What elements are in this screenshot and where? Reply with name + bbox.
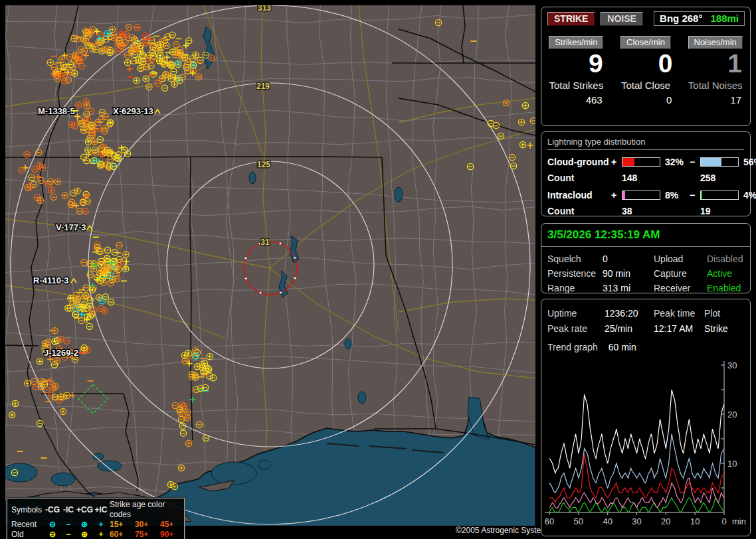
positive-count: 38 bbox=[622, 206, 660, 216]
count-label: Count bbox=[547, 173, 611, 183]
series-total-strikes bbox=[549, 390, 724, 473]
status-cell: Persistence bbox=[547, 268, 603, 279]
x-tick-label: 60 bbox=[545, 516, 554, 526]
legend-age-header: Strike age color codes bbox=[110, 500, 183, 520]
x-tick-label: 10 bbox=[690, 516, 700, 526]
status-cell: 313 mi bbox=[603, 283, 654, 293]
lake bbox=[249, 172, 256, 184]
legend-header: Symbols bbox=[11, 505, 45, 515]
negative-bar bbox=[700, 157, 739, 167]
rate-chip: Noises/min bbox=[688, 36, 743, 49]
bearing-distance: 188mi bbox=[710, 13, 739, 24]
legend-header: +CG bbox=[76, 505, 92, 515]
x-tick-label: 50 bbox=[574, 516, 583, 526]
negative-sign: − bbox=[690, 190, 700, 200]
plus-cg-icon: ⊕ bbox=[76, 530, 92, 539]
total-label: Total Noises bbox=[680, 80, 750, 91]
age-code: 60+ bbox=[110, 530, 135, 539]
plus-ic-icon: + bbox=[92, 520, 110, 530]
ring-dot bbox=[294, 257, 296, 259]
range-ring-label: 31 bbox=[260, 238, 270, 247]
legend-header: -IC bbox=[60, 505, 76, 515]
rate-column: Close/min0Total Close0 bbox=[611, 36, 681, 106]
minus-cg-icon: ⊖ bbox=[45, 520, 60, 530]
trend-graph-row: Trend graph 60 min bbox=[541, 334, 750, 352]
status-cell: Range bbox=[547, 283, 603, 293]
session-cell: Plot bbox=[704, 308, 744, 319]
state-border bbox=[5, 345, 39, 346]
bearing-value: Bng 268° bbox=[660, 13, 702, 24]
y-tick-label: 20 bbox=[727, 410, 737, 420]
y-tick-label: 30 bbox=[727, 360, 737, 370]
legend-row: Old⊖−⊕+60+75+90+ bbox=[11, 530, 181, 539]
range-ring-label: 313 bbox=[258, 5, 271, 13]
status-grid: Squelch0UploadDisabledPersistence90 minC… bbox=[541, 247, 750, 293]
legend-header: +IC bbox=[92, 505, 110, 515]
status-cell: Enabled bbox=[707, 283, 744, 293]
copyright: ©2005 Astrogenic Systems bbox=[456, 526, 551, 535]
positive-bar-fill bbox=[622, 158, 634, 166]
distribution-title: Lightning type distribution bbox=[547, 137, 744, 150]
session-grid: Uptime1236:20Peak timePlotPeak rate25/mi… bbox=[541, 299, 750, 334]
x-tick-label: 0 bbox=[721, 516, 726, 526]
total-value: 0 bbox=[611, 94, 681, 106]
ring-dot bbox=[280, 291, 282, 293]
legend-header: -CG bbox=[45, 505, 60, 515]
ring-dot bbox=[245, 258, 247, 260]
plus-ic-icon: + bbox=[92, 530, 110, 539]
status-cell: 0 bbox=[603, 254, 654, 264]
x-axis-unit: min bbox=[732, 516, 746, 526]
bearing-display: Bng 268° 188mi bbox=[654, 11, 745, 26]
status-cell: Upload bbox=[654, 254, 707, 264]
distribution-type-label: Intracloud bbox=[547, 190, 611, 200]
strike-button[interactable]: STRIKE bbox=[547, 12, 595, 26]
trend-graph-period: 60 min bbox=[609, 342, 636, 352]
ring-dot bbox=[245, 277, 247, 279]
session-cell: Uptime bbox=[547, 308, 605, 319]
rate-column: Noises/min1Total Noises17 bbox=[680, 36, 750, 106]
lake bbox=[258, 460, 270, 469]
x-tick-label: 20 bbox=[661, 516, 670, 526]
range-ring-label: 219 bbox=[256, 82, 270, 91]
minus-ic-icon: − bbox=[60, 530, 76, 539]
storm-cell-label: V-177-3 bbox=[56, 222, 86, 232]
positive-sign: + bbox=[611, 190, 622, 200]
session-cell: 12:17 AM bbox=[654, 323, 704, 334]
noise-button[interactable]: NOISE bbox=[601, 12, 643, 26]
positive-bar bbox=[622, 191, 660, 200]
status-cell: Squelch bbox=[547, 254, 603, 264]
count-row: Count3819 bbox=[541, 206, 750, 216]
legend-row: Recent⊖−⊕+15+30+45+ bbox=[11, 520, 181, 530]
positive-bar bbox=[622, 157, 660, 167]
session-cell: Peak time bbox=[654, 308, 704, 319]
datetime-display: 3/5/2026 12:35:19 AM bbox=[541, 224, 750, 247]
status-cell: 90 min bbox=[603, 268, 654, 279]
distribution-type-label: Cloud-ground bbox=[547, 157, 611, 167]
lake bbox=[395, 187, 403, 202]
rate-chip: Strikes/min bbox=[549, 36, 603, 49]
negative-bar-fill bbox=[701, 191, 702, 199]
lightning-map[interactable]: 31321912531M-1338-5X-6293-13V-177-3R-411… bbox=[5, 5, 535, 526]
trend-graph: 1020306050403020100min bbox=[541, 356, 750, 536]
ring-dot bbox=[260, 292, 262, 294]
positive-bar-fill bbox=[622, 191, 625, 199]
distribution-row: Intracloud+8%−4% bbox=[541, 190, 750, 200]
total-value: 17 bbox=[680, 94, 750, 106]
rate-value: 9 bbox=[541, 49, 611, 79]
age-code: 30+ bbox=[135, 520, 160, 530]
status-cell: Active bbox=[707, 268, 744, 279]
panel-session: Uptime1236:20Peak timePlotPeak rate25/mi… bbox=[541, 299, 751, 536]
legend-header-row: Symbols-CG-IC+CG+ICStrike age color code… bbox=[11, 500, 181, 520]
lake bbox=[345, 339, 351, 349]
lake bbox=[358, 392, 366, 404]
status-cell: Disabled bbox=[707, 254, 744, 264]
negative-percent: 4% bbox=[739, 190, 756, 200]
count-row: Count148258 bbox=[541, 173, 750, 183]
map-canvas: 31321912531M-1338-5X-6293-13V-177-3R-411… bbox=[5, 5, 535, 526]
session-cell: Peak rate bbox=[547, 323, 605, 334]
status-cell: Receiver bbox=[654, 283, 707, 293]
age-code: 75+ bbox=[135, 530, 160, 539]
negative-percent: 56% bbox=[739, 157, 756, 167]
negative-count: 19 bbox=[700, 206, 739, 216]
rate-columns: Strikes/min9Total Strikes463Close/min0To… bbox=[541, 36, 750, 106]
